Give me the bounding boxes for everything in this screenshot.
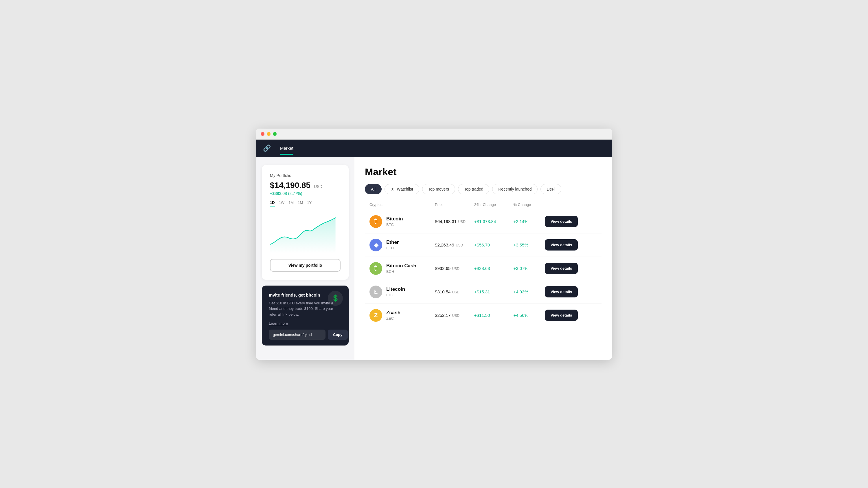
chart-tab-3m[interactable]: 1M bbox=[298, 200, 303, 206]
pct-cell: +4.56% bbox=[513, 313, 545, 318]
star-icon: ★ bbox=[391, 187, 394, 192]
header-24hr-change: 24hr Change bbox=[474, 202, 514, 207]
crypto-table: ₿ Bitcoin BTC $64,198.31 USD +$1,373.84 … bbox=[365, 210, 601, 327]
nav-logo: 🔗 bbox=[263, 145, 271, 152]
chart-tabs: 1D 1W 1M 1M 1Y bbox=[270, 200, 341, 209]
usd-label: USD bbox=[451, 267, 460, 271]
crypto-info: ₿ Bitcoin BTC bbox=[370, 215, 435, 228]
usd-label: USD bbox=[451, 314, 460, 318]
price-cell: $252.17 USD bbox=[435, 313, 474, 318]
pct-cell: +2.14% bbox=[513, 219, 545, 224]
price-cell: $2,263.49 USD bbox=[435, 242, 474, 247]
crypto-name: Litecoin bbox=[386, 286, 405, 292]
change-cell: +$1,373.84 bbox=[474, 219, 514, 224]
chart-tab-1m[interactable]: 1M bbox=[288, 200, 294, 206]
crypto-symbol: BTC bbox=[386, 223, 403, 227]
pct-cell: +3.07% bbox=[513, 266, 545, 271]
learn-more-link[interactable]: Learn more bbox=[269, 321, 342, 325]
table-row: Ł Litecoin LTC $310.54 USD +$15.31 +4.93… bbox=[365, 280, 601, 304]
crypto-symbol: ZEC bbox=[386, 316, 400, 321]
view-portfolio-button[interactable]: View my portfolio bbox=[270, 259, 341, 272]
usd-label: USD bbox=[455, 243, 463, 247]
crypto-symbol: LTC bbox=[386, 293, 405, 297]
portfolio-usd-label: USD bbox=[314, 184, 322, 189]
view-details-cell: View details bbox=[545, 239, 597, 251]
crypto-icon: Ł bbox=[370, 286, 382, 298]
filter-tab-defi[interactable]: DeFi bbox=[540, 184, 561, 194]
sidebar: My Portfolio $14,190.85 USD +$393.08 (2.… bbox=[256, 157, 354, 360]
chart-tab-1d[interactable]: 1D bbox=[270, 200, 275, 206]
filter-tab-watchlist[interactable]: ★ Watchlist bbox=[384, 184, 419, 194]
browser-chrome bbox=[256, 128, 612, 140]
crypto-icon: Z bbox=[370, 309, 382, 322]
view-details-button[interactable]: View details bbox=[545, 263, 578, 274]
portfolio-chart bbox=[270, 212, 341, 253]
nav-item-market[interactable]: Market bbox=[280, 143, 293, 153]
chart-tab-1y[interactable]: 1Y bbox=[307, 200, 312, 206]
crypto-info: ₿ Bitcoin Cash BCH bbox=[370, 262, 435, 275]
change-cell: +$28.63 bbox=[474, 266, 514, 271]
filter-tab-top-movers[interactable]: Top movers bbox=[422, 184, 455, 194]
app-content: My Portfolio $14,190.85 USD +$393.08 (2.… bbox=[256, 157, 612, 360]
view-details-button[interactable]: View details bbox=[545, 286, 578, 297]
price-cell: $932.65 USD bbox=[435, 266, 474, 271]
crypto-name: Ether bbox=[386, 239, 399, 245]
pct-cell: +3.55% bbox=[513, 242, 545, 247]
referral-input[interactable] bbox=[269, 329, 326, 340]
view-details-button[interactable]: View details bbox=[545, 216, 578, 227]
table-header: Cryptos Price 24hr Change % Change bbox=[365, 202, 601, 210]
close-dot[interactable] bbox=[261, 132, 265, 136]
crypto-symbol: ETH bbox=[386, 246, 399, 250]
page-title: Market bbox=[365, 166, 601, 177]
change-cell: +$11.50 bbox=[474, 313, 514, 318]
maximize-dot[interactable] bbox=[273, 132, 277, 136]
usd-label: USD bbox=[457, 220, 466, 224]
view-details-button[interactable]: View details bbox=[545, 239, 578, 251]
minimize-dot[interactable] bbox=[267, 132, 271, 136]
portfolio-value: $14,190.85 USD bbox=[270, 181, 341, 190]
portfolio-change: +$393.08 (2.77%) bbox=[270, 191, 341, 196]
crypto-name-group: Ether ETH bbox=[386, 239, 399, 250]
header-price: Price bbox=[435, 202, 474, 207]
crypto-info: ◆ Ether ETH bbox=[370, 239, 435, 251]
invite-card: Invite friends, get bitcoin 💲 Get $10 in… bbox=[262, 286, 349, 346]
change-cell: +$56.70 bbox=[474, 242, 514, 247]
table-row: Z Zcash ZEC $252.17 USD +$11.50 +4.56% V… bbox=[365, 304, 601, 327]
browser-window: 🔗 Market My Portfolio $14,190.85 USD +$3… bbox=[256, 128, 612, 360]
view-details-button[interactable]: View details bbox=[545, 310, 578, 321]
change-cell: +$15.31 bbox=[474, 289, 514, 294]
chart-tab-1w[interactable]: 1W bbox=[279, 200, 285, 206]
filter-tab-top-traded[interactable]: Top traded bbox=[458, 184, 489, 194]
filter-tabs: All ★ Watchlist Top movers Top traded Re… bbox=[365, 184, 601, 194]
crypto-icon: ◆ bbox=[370, 239, 382, 251]
filter-tab-recently-launched[interactable]: Recently launched bbox=[492, 184, 537, 194]
table-row: ◆ Ether ETH $2,263.49 USD +$56.70 +3.55%… bbox=[365, 233, 601, 257]
crypto-icon: ₿ bbox=[370, 262, 382, 275]
pct-cell: +4.93% bbox=[513, 289, 545, 294]
view-details-cell: View details bbox=[545, 263, 597, 274]
view-details-cell: View details bbox=[545, 216, 597, 227]
crypto-name-group: Bitcoin BTC bbox=[386, 216, 403, 227]
crypto-info: Z Zcash ZEC bbox=[370, 309, 435, 322]
filter-tab-all[interactable]: All bbox=[365, 184, 382, 194]
crypto-name-group: Zcash ZEC bbox=[386, 310, 400, 321]
main-content: Market All ★ Watchlist Top movers Top tr… bbox=[354, 157, 612, 360]
price-cell: $64,198.31 USD bbox=[435, 219, 474, 224]
crypto-name: Bitcoin bbox=[386, 216, 403, 222]
crypto-info: Ł Litecoin LTC bbox=[370, 286, 435, 298]
crypto-name-group: Litecoin LTC bbox=[386, 286, 405, 297]
crypto-name-group: Bitcoin Cash BCH bbox=[386, 263, 416, 274]
crypto-symbol: BCH bbox=[386, 269, 416, 274]
copy-button[interactable]: Copy bbox=[328, 329, 348, 340]
header-actions bbox=[545, 202, 597, 207]
table-row: ₿ Bitcoin Cash BCH $932.65 USD +$28.63 +… bbox=[365, 257, 601, 280]
price-cell: $310.54 USD bbox=[435, 289, 474, 294]
referral-row: Copy bbox=[269, 329, 342, 340]
crypto-name: Zcash bbox=[386, 310, 400, 316]
view-details-cell: View details bbox=[545, 310, 597, 321]
view-details-cell: View details bbox=[545, 286, 597, 297]
header-cryptos: Cryptos bbox=[370, 202, 435, 207]
table-row: ₿ Bitcoin BTC $64,198.31 USD +$1,373.84 … bbox=[365, 210, 601, 233]
usd-label: USD bbox=[451, 290, 460, 294]
crypto-icon: ₿ bbox=[370, 215, 382, 228]
